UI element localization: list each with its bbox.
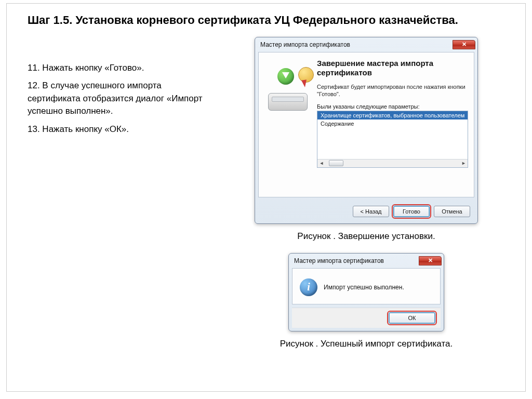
step-12: 12. В случае успешного импорта сертифика… bbox=[28, 79, 209, 118]
close-icon: ✕ bbox=[462, 42, 467, 47]
scroll-left-icon[interactable]: ◄ bbox=[317, 159, 326, 167]
list-item[interactable]: Содержание bbox=[317, 119, 468, 128]
close-icon: ✕ bbox=[428, 258, 433, 263]
step-11: 11. Нажать кнопку «Готово». bbox=[28, 62, 209, 75]
msgbox-client: i Импорт успешно выполнен. bbox=[292, 268, 441, 304]
wizard-window-title: Мастер импорта сертификатов bbox=[260, 41, 350, 48]
back-button-label: < Назад bbox=[361, 208, 382, 215]
msgbox-text: Импорт успешно выполнен. bbox=[324, 284, 404, 291]
msgbox-window: Мастер импорта сертификатов ✕ i Импорт у… bbox=[288, 253, 444, 331]
slide: Шаг 1.5. Установка корневого сертификата… bbox=[6, 3, 526, 392]
listbox-scrollbar[interactable]: ◄ ► bbox=[317, 159, 468, 167]
msgbox-window-title: Мастер импорта сертификатов bbox=[294, 257, 384, 264]
wizard-body: Завершение мастера импорта сертификатов … bbox=[266, 58, 467, 168]
content-row: 11. Нажать кнопку «Готово». 12. В случае… bbox=[28, 37, 511, 355]
wizard-client: Завершение мастера импорта сертификатов … bbox=[258, 52, 474, 197]
wizard-params-listbox[interactable]: Хранилище сертификатов, выбранное пользо… bbox=[317, 111, 468, 168]
page-title: Шаг 1.5. Установка корневого сертификата… bbox=[28, 13, 511, 28]
wizard-button-row: < Назад Готово Отмена bbox=[258, 201, 474, 219]
msgbox-button-row: ОК bbox=[292, 308, 441, 328]
wizard-graphic bbox=[266, 67, 311, 112]
wizard-right: Завершение мастера импорта сертификатов … bbox=[317, 58, 468, 168]
msgbox-titlebar: Мастер импорта сертификатов ✕ bbox=[289, 254, 444, 268]
cancel-button[interactable]: Отмена bbox=[434, 206, 470, 217]
finish-button-label: Готово bbox=[403, 208, 420, 215]
download-arrow-icon bbox=[277, 68, 294, 85]
ok-button-label: ОК bbox=[408, 315, 416, 321]
cancel-button-label: Отмена bbox=[442, 208, 462, 215]
certificate-badge-icon bbox=[298, 67, 314, 83]
info-icon: i bbox=[300, 278, 317, 296]
ok-button[interactable]: ОК bbox=[389, 312, 435, 324]
finish-button[interactable]: Готово bbox=[393, 206, 430, 217]
step-13: 13. Нажать кнопку «ОК». bbox=[28, 123, 209, 136]
scroll-right-icon[interactable]: ► bbox=[459, 159, 468, 167]
wizard-subtext: Сертификат будет импортирован после нажа… bbox=[317, 83, 468, 98]
list-item-selected[interactable]: Хранилище сертификатов, выбранное пользо… bbox=[317, 111, 468, 119]
instructions-column: 11. Нажать кнопку «Готово». 12. В случае… bbox=[28, 37, 209, 355]
wizard-titlebar: Мастер импорта сертификатов ✕ bbox=[255, 37, 477, 52]
wizard-params-label: Были указаны следующие параметры: bbox=[317, 103, 468, 110]
wizard-window: Мастер импорта сертификатов ✕ Завершени bbox=[255, 37, 478, 224]
wizard-heading: Завершение мастера импорта сертификатов bbox=[317, 59, 468, 78]
back-button[interactable]: < Назад bbox=[353, 206, 389, 217]
drive-icon bbox=[268, 93, 308, 111]
close-button[interactable]: ✕ bbox=[419, 256, 442, 265]
figure-caption-1: Рисунок . Завершение установки. bbox=[297, 231, 435, 242]
figures-column: Мастер импорта сертификатов ✕ Завершени bbox=[222, 37, 511, 355]
scroll-thumb[interactable] bbox=[329, 160, 343, 166]
close-button[interactable]: ✕ bbox=[453, 40, 475, 49]
figure-caption-2: Рисунок . Успешный импорт сертификата. bbox=[280, 339, 453, 349]
